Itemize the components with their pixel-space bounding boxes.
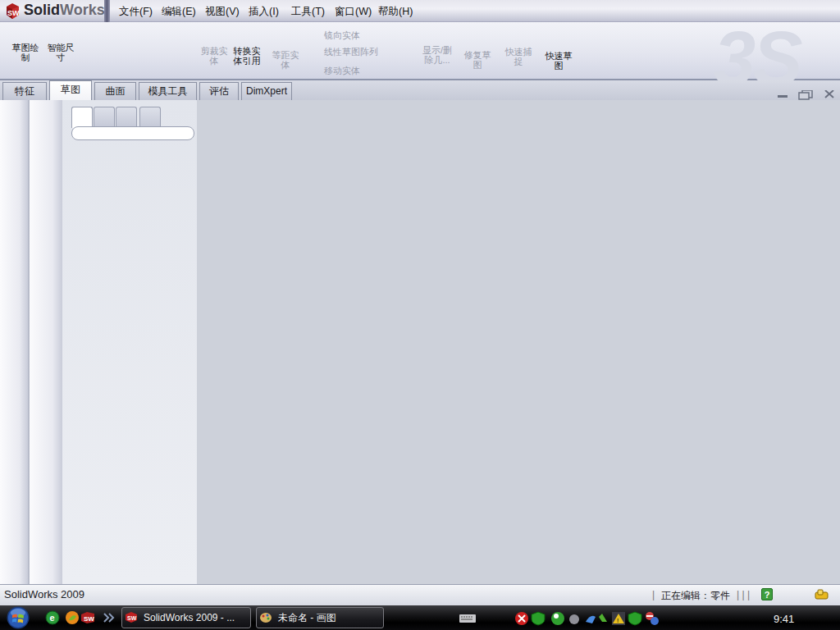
- svg-text:!: !: [617, 617, 619, 624]
- svg-text:SW: SW: [84, 615, 94, 623]
- svg-text:SW: SW: [127, 615, 137, 621]
- svg-text:SW: SW: [7, 9, 20, 17]
- svg-text:e: e: [50, 613, 55, 623]
- svg-text:9:41: 9:41: [774, 613, 794, 625]
